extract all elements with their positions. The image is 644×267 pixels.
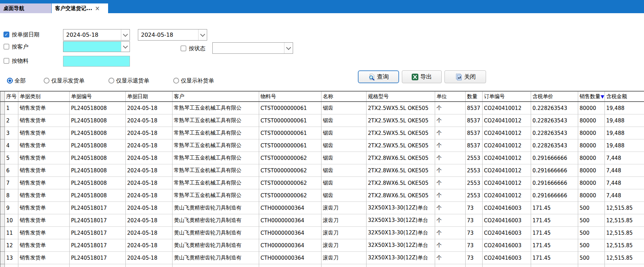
table-cell[interactable]: 171.45 [531, 214, 578, 227]
table-cell[interactable]: CTST0000000061 [259, 127, 321, 139]
table-cell[interactable]: 0.291666666 [531, 189, 578, 202]
table-cell[interactable]: 锯齿 [321, 139, 367, 152]
table-cell[interactable]: 0.228263543 [531, 127, 578, 139]
table-cell[interactable]: 锯齿 [321, 164, 367, 177]
radio-return-only-label[interactable]: 仅显示退货单 [116, 77, 149, 85]
table-cell[interactable]: 19,488 [605, 127, 644, 139]
tab-customer-delivery-records[interactable]: 客户交退货记... × [52, 3, 108, 13]
table-cell[interactable]: 80000 [578, 164, 605, 177]
table-cell[interactable]: 4 [5, 139, 18, 152]
table-cell[interactable]: 0.228263543 [531, 139, 578, 152]
table-cell[interactable]: 0.291666666 [531, 152, 578, 164]
table-cell[interactable]: 80000 [578, 102, 605, 114]
table-cell[interactable]: 常熟琴工五金机械工具有限公 [173, 189, 259, 202]
table-cell[interactable]: 常熟琴工五金机械工具有限公 [173, 177, 259, 189]
table-cell[interactable]: 73 [466, 227, 483, 239]
tab-desktop-navigation[interactable]: 桌面导航 [0, 3, 51, 13]
table-cell[interactable]: 销售发货单 [18, 139, 70, 152]
status-combo[interactable] [212, 42, 293, 54]
table-cell[interactable]: 500 [578, 239, 605, 252]
table-cell[interactable]: 滚齿刀 [321, 202, 367, 214]
table-cell[interactable]: 73 [466, 214, 483, 227]
table-cell[interactable]: 销售发货单 [18, 252, 70, 264]
table-cell[interactable]: CTH0000000364 [259, 252, 321, 264]
table-cell[interactable]: PL240518008 [70, 177, 126, 189]
by-customer-label[interactable]: 按客户 [12, 43, 28, 51]
table-cell[interactable]: 8537 [466, 139, 483, 152]
table-row[interactable]: 7销售发货单PL2405180082024-05-18常熟琴工五金机械工具有限公… [0, 177, 644, 189]
table-cell[interactable]: 个 [435, 227, 466, 239]
by-date-label[interactable]: 按单据日期 [12, 31, 39, 38]
table-cell[interactable]: 2024-05-18 [126, 152, 173, 164]
row-selector[interactable] [0, 189, 5, 202]
table-cell[interactable]: 个 [435, 252, 466, 264]
table-row[interactable]: 3销售发货单PL2405180082024-05-18常熟琴工五金机械工具有限公… [0, 127, 644, 139]
table-cell[interactable]: 7,448 [605, 164, 644, 177]
table-cell[interactable]: 32X50X13-30(12Z)单台 [367, 227, 435, 239]
table-cell[interactable]: 2024-05-18 [126, 189, 173, 202]
row-selector[interactable] [0, 177, 5, 189]
radio-all[interactable] [7, 78, 13, 84]
table-cell[interactable]: PL240518008 [70, 164, 126, 177]
column-header-14[interactable]: 含税金额 [605, 92, 644, 101]
row-selector[interactable] [0, 214, 5, 227]
material-input[interactable] [63, 56, 130, 67]
table-cell[interactable]: 常熟琴工五金机械工具有限公 [173, 127, 259, 139]
radio-all-label[interactable]: 全部 [15, 77, 26, 85]
table-cell[interactable]: 12 [5, 239, 18, 252]
table-cell[interactable]: 锯齿 [321, 152, 367, 164]
table-cell[interactable]: CO240410012 [483, 102, 531, 114]
row-selector[interactable] [0, 152, 5, 164]
table-cell[interactable]: 个 [435, 177, 466, 189]
table-cell[interactable]: 1 [5, 102, 18, 114]
table-cell[interactable]: CTST0000000061 [259, 139, 321, 152]
table-cell[interactable]: 个 [435, 214, 466, 227]
table-cell[interactable]: 171.45 [531, 227, 578, 239]
table-cell[interactable]: 个 [435, 139, 466, 152]
radio-replenish-only[interactable] [173, 78, 179, 84]
table-cell[interactable]: 个 [435, 189, 466, 202]
radio-delivery-only-label[interactable]: 仅显示发货单 [51, 77, 85, 85]
table-cell[interactable]: CO240416003 [483, 214, 531, 227]
table-cell[interactable]: 滚齿刀 [321, 252, 367, 264]
table-cell[interactable]: 32X50X13-30(12Z)单台 [367, 252, 435, 264]
table-cell[interactable]: CTST0000000062 [259, 164, 321, 177]
table-cell[interactable]: 2553 [466, 177, 483, 189]
table-cell[interactable]: 19,488 [605, 102, 644, 114]
table-cell[interactable]: 黄山飞黄精密齿轮刀具制造有 [173, 227, 259, 239]
table-row[interactable]: 8销售发货单PL2405180082024-05-18常熟琴工五金机械工具有限公… [0, 189, 644, 202]
table-cell[interactable]: 2024-05-18 [126, 239, 173, 252]
table-cell[interactable]: 2553 [466, 189, 483, 202]
column-header-6[interactable]: 物料号 [259, 92, 321, 101]
export-button[interactable]: 导出 [402, 70, 442, 83]
table-cell[interactable]: 常熟琴工五金机械工具有限公 [173, 114, 259, 127]
table-cell[interactable]: 12,515.85 [605, 239, 644, 252]
table-cell[interactable]: 2024-05-18 [126, 202, 173, 214]
table-cell[interactable]: 2TX2.5WX5.5L OKE505 [367, 114, 435, 127]
row-selector[interactable] [0, 114, 5, 127]
table-cell[interactable]: 7 [5, 177, 18, 189]
table-cell[interactable]: 0.291666666 [531, 164, 578, 177]
table-cell[interactable]: CTST0000000061 [259, 102, 321, 114]
close-button[interactable]: 关闭 [444, 70, 486, 83]
table-cell[interactable]: 3 [5, 127, 18, 139]
radio-replenish-only-label[interactable]: 仅显示补货单 [181, 77, 214, 85]
table-cell[interactable]: CTST0000000062 [259, 177, 321, 189]
row-selector[interactable] [0, 252, 5, 264]
table-cell[interactable]: 2TX2.5WX5.5L OKE505 [367, 127, 435, 139]
table-cell[interactable]: 500 [578, 202, 605, 214]
close-icon[interactable]: × [95, 6, 100, 11]
table-cell[interactable]: 73 [466, 239, 483, 252]
table-cell[interactable]: 19,488 [605, 114, 644, 127]
date-from-combo[interactable]: 2024-05-18 [63, 29, 130, 41]
table-cell[interactable]: 8537 [466, 102, 483, 114]
table-row[interactable]: 11销售发货单PL2405180172024-05-18黄山飞黄精密齿轮刀具制造… [0, 227, 644, 239]
table-cell[interactable]: 销售发货单 [18, 202, 70, 214]
table-cell[interactable]: CTH0000000364 [259, 214, 321, 227]
by-status-checkbox[interactable] [180, 45, 186, 51]
table-cell[interactable]: CTH0000000364 [259, 239, 321, 252]
row-selector[interactable] [0, 139, 5, 152]
table-cell[interactable]: 171.45 [531, 202, 578, 214]
column-header-3[interactable]: 单据编号 [70, 92, 126, 101]
dropdown-button[interactable] [121, 42, 130, 52]
